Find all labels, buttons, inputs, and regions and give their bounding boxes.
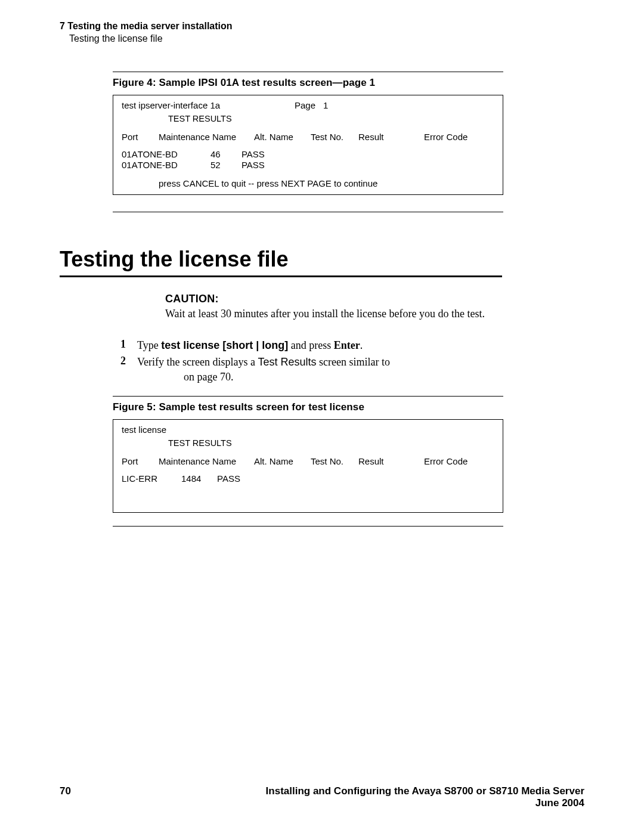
cell-maint: TONE-BD [138, 160, 178, 171]
text: . [360, 339, 363, 351]
section-heading: Testing the license file [60, 247, 584, 272]
figure5-terminal: test license TEST RESULTS Port Maintenan… [113, 419, 503, 513]
cell-result: PASS [217, 473, 240, 485]
col-maint: Maintenance Name [159, 132, 254, 142]
col-testno: Test No. [311, 456, 358, 466]
caution-label: CAUTION: [165, 293, 584, 305]
col-port: Port [122, 132, 159, 142]
col-alt: Alt. Name [254, 132, 311, 142]
rule [113, 212, 503, 212]
figure4-caption: Figure 4: Sample IPSI 01A test results s… [113, 77, 503, 89]
text: screen similar to [316, 356, 389, 368]
step-2: 2 Verify the screen displays a Test Resu… [120, 355, 584, 384]
figure4-terminal: test ipserver-interface 1a Page 1 TEST R… [113, 95, 503, 196]
col-maint: Maintenance Name [159, 456, 254, 466]
page-footer: 70 Installing and Configuring the Avaya … [60, 785, 584, 809]
col-testno: Test No. [311, 132, 358, 142]
caution-text: Wait at least 30 minutes after you insta… [165, 308, 584, 320]
table-header-row: Port Maintenance Name Alt. Name Test No.… [122, 132, 494, 142]
screen-name: Test Results [258, 356, 316, 368]
section-line: Testing the license file [60, 33, 584, 45]
step-continuation: on page 70. [137, 370, 390, 384]
chapter-number: 7 [60, 21, 65, 31]
chapter-line: 7 Testing the media server installation [60, 20, 584, 33]
chapter-title: Testing the media server installation [67, 21, 232, 31]
table-rows: 01A TONE-BD 46 PASS 01A TONE-BD 52 PASS [122, 149, 494, 172]
cell-port: 01A [122, 149, 138, 160]
terminal-command-row: test ipserver-interface 1a Page 1 [122, 100, 494, 110]
step-1: 1 Type test license [short | long] and p… [120, 338, 584, 352]
cell-maint: LIC-ERR [122, 473, 157, 485]
text: and press [288, 339, 333, 351]
terminal-command: test ipserver-interface 1a [122, 100, 295, 110]
content-area-2: Figure 5: Sample test results screen for… [113, 396, 503, 527]
caution-block: CAUTION: Wait at least 30 minutes after … [165, 293, 584, 320]
table-row: 01A TONE-BD 46 PASS [122, 149, 494, 160]
command-text: test license [short | long] [161, 339, 288, 351]
rule [113, 526, 503, 527]
rule [113, 72, 503, 72]
key-name: Enter [334, 339, 360, 351]
text: Verify the screen displays a [137, 356, 258, 368]
cell-testno: 1484 [181, 473, 217, 485]
doc-date: June 2004 [535, 797, 584, 809]
page-label: Page [295, 100, 323, 110]
terminal-footer: press CANCEL to quit -- press NEXT PAGE … [122, 178, 494, 188]
terminal-command: test license [122, 425, 166, 435]
page-number: 1 [323, 100, 328, 110]
col-result: Result [358, 132, 424, 142]
step-body: Type test license [short | long] and pre… [137, 338, 363, 352]
page-number: 70 [60, 785, 71, 809]
step-list: 1 Type test license [short | long] and p… [120, 338, 584, 384]
table-row: 01A TONE-BD 52 PASS [122, 160, 494, 171]
cell-port: 01A [122, 160, 138, 171]
cell-alt [178, 149, 210, 160]
cell-result: PASS [242, 160, 265, 171]
rule [113, 396, 503, 397]
col-result: Result [358, 456, 424, 466]
step-number: 2 [120, 355, 137, 384]
cell-alt [157, 473, 181, 485]
table-row: LIC-ERR 1484 PASS [122, 473, 494, 485]
col-error: Error Code [424, 132, 487, 142]
terminal-command-row: test license [122, 425, 494, 435]
text: Type [137, 339, 161, 351]
step-number: 1 [120, 338, 137, 352]
col-error: Error Code [424, 456, 487, 466]
step-body: Verify the screen displays a Test Result… [137, 355, 390, 384]
cell-alt [178, 160, 210, 171]
running-header: 7 Testing the media server installation … [60, 20, 584, 45]
cell-maint: TONE-BD [138, 149, 178, 160]
cell-testno: 52 [210, 160, 242, 171]
doc-title: Installing and Configuring the Avaya S87… [266, 785, 584, 797]
content-area: Figure 4: Sample IPSI 01A test results s… [113, 72, 503, 213]
table-rows: LIC-ERR 1484 PASS [122, 473, 494, 485]
terminal-heading: TEST RESULTS [122, 438, 494, 448]
footer-title-block: Installing and Configuring the Avaya S87… [266, 785, 584, 809]
col-port: Port [122, 456, 159, 466]
cell-testno: 46 [210, 149, 242, 160]
heading-rule [60, 275, 502, 277]
terminal-heading: TEST RESULTS [122, 114, 494, 123]
col-alt: Alt. Name [254, 456, 311, 466]
cell-result: PASS [242, 149, 265, 160]
table-header-row: Port Maintenance Name Alt. Name Test No.… [122, 456, 494, 466]
document-page: 7 Testing the media server installation … [0, 0, 644, 833]
figure5-caption: Figure 5: Sample test results screen for… [113, 401, 503, 413]
